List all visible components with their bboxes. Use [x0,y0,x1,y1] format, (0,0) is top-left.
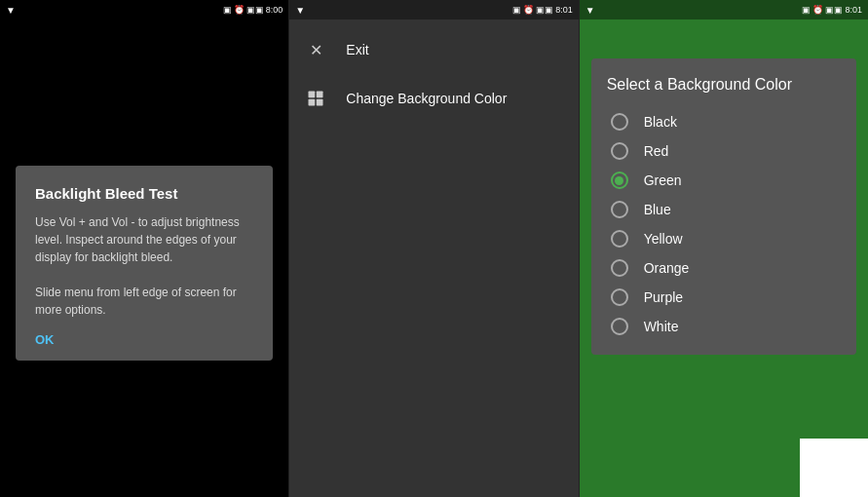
color-option-orange[interactable]: Orange [607,253,841,283]
status-right-1: ▣ ⏰ ▣▣ 8:00 [223,5,283,15]
radio-green[interactable] [611,172,628,189]
radio-orange[interactable] [611,259,628,277]
svg-rect-0 [309,92,316,98]
wifi-icon-2: ▼ [295,5,305,16]
radio-purple[interactable] [611,288,628,306]
color-label-black: Black [644,114,677,130]
svg-rect-2 [309,99,316,106]
exit-label: Exit [346,42,368,57]
color-label-blue: Blue [644,202,671,217]
color-option-white[interactable]: White [607,312,841,341]
alarm-icon: ⏰ [234,5,245,15]
backlight-dialog: Backlight Bleed Test Use Vol + and Vol -… [16,166,273,361]
status-bar-3: ▼ ▣ ⏰ ▣▣ 8:01 [580,0,868,19]
panel-backlight-test: ▼ ▣ ⏰ ▣▣ 8:00 Backlight Bleed Test Use V… [0,0,288,497]
status-right-3: ▣ ⏰ ▣▣ 8:01 [802,5,862,15]
signal-icon-3: ▣▣ [825,5,843,15]
status-left-2: ▼ [295,5,305,16]
battery-icon-3: ▣ [802,5,811,15]
signal-icon-2: ▣▣ [536,5,553,15]
color-option-black[interactable]: Black [607,107,841,136]
color-label-white: White [644,319,679,334]
time-2: 8:01 [555,5,573,15]
status-left-1: ▼ [6,5,16,16]
white-preview-square [800,439,868,497]
close-icon: ✕ [305,39,326,60]
svg-rect-1 [317,92,323,98]
wifi-icon: ▼ [6,5,16,16]
dialog-body-text2: Slide menu from left edge of screen for … [35,286,237,317]
battery-icon: ▣ [223,5,232,15]
menu-list: ✕ Exit Change Background Color [289,19,578,123]
time-3: 8:01 [845,5,862,15]
wifi-icon-3: ▼ [585,5,595,16]
radio-red[interactable] [611,142,628,160]
palette-icon [305,88,326,109]
panel-color-picker: ▼ ▣ ⏰ ▣▣ 8:01 Select a Background Color … [579,0,868,497]
color-label-purple: Purple [644,289,683,305]
alarm-icon-3: ⏰ [812,5,823,15]
panel-menu: ▼ ▣ ⏰ ▣▣ 8:01 ✕ Exit Change Background C… [288,0,578,497]
dialog-title: Backlight Bleed Test [35,185,253,202]
radio-blue[interactable] [611,201,628,218]
color-label-yellow: Yellow [644,231,683,247]
color-option-blue[interactable]: Blue [607,195,841,224]
status-left-3: ▼ [585,5,595,16]
signal-icon: ▣▣ [246,5,264,15]
color-dialog-title: Select a Background Color [607,76,841,94]
radio-black[interactable] [611,113,628,131]
time-1: 8:00 [266,5,283,15]
status-bar-2: ▼ ▣ ⏰ ▣▣ 8:01 [289,0,578,19]
radio-yellow[interactable] [611,230,628,248]
status-right-2: ▣ ⏰ ▣▣ 8:01 [512,5,573,15]
status-bar-1: ▼ ▣ ⏰ ▣▣ 8:00 [0,0,288,19]
color-option-purple[interactable]: Purple [607,283,841,312]
color-option-red[interactable]: Red [607,136,841,166]
color-picker-dialog: Select a Background Color Black Red Gree… [591,58,856,355]
ok-button[interactable]: OK [35,332,253,347]
radio-white[interactable] [611,318,628,335]
battery-icon-2: ▣ [512,5,521,15]
alarm-icon-2: ⏰ [523,5,534,15]
menu-item-change-bg[interactable]: Change Background Color [289,74,578,123]
change-bg-label: Change Background Color [346,91,507,106]
color-label-red: Red [644,143,669,159]
color-option-yellow[interactable]: Yellow [607,224,841,253]
color-label-orange: Orange [644,260,690,276]
dialog-body-text1: Use Vol + and Vol - to adjust brightness… [35,215,240,264]
color-option-green[interactable]: Green [607,166,841,195]
color-label-green: Green [644,172,682,188]
radio-green-fill [615,176,623,185]
menu-item-exit[interactable]: ✕ Exit [289,25,578,74]
svg-rect-3 [317,99,323,106]
dialog-body: Use Vol + and Vol - to adjust brightness… [35,213,253,319]
